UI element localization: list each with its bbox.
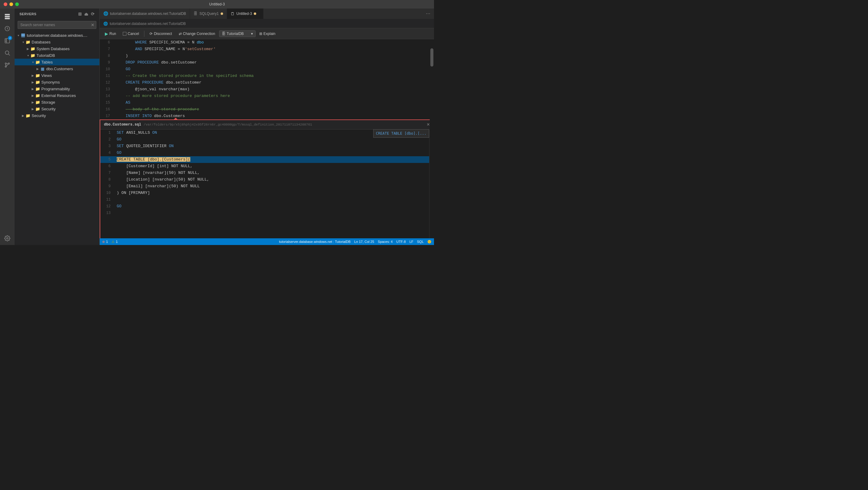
search-input[interactable]: [18, 21, 96, 29]
tree-item-programmability[interactable]: ▶ 📁 Programmability: [14, 85, 99, 92]
main-editor-scroll[interactable]: 6 WHERE SPECIFIC_SCHEMA = N dbo 7 AND SP…: [100, 39, 434, 238]
activity-settings[interactable]: [2, 234, 13, 245]
status-warnings[interactable]: ⚠ 1: [112, 240, 118, 244]
tree-arrow-databases[interactable]: ▾: [21, 39, 26, 44]
svg-point-13: [7, 238, 8, 239]
tree-item-storage[interactable]: ▶ 📁 Storage: [14, 99, 99, 105]
status-spaces[interactable]: Spaces: 4: [378, 240, 393, 243]
table-icon: ▦: [40, 66, 45, 71]
main-code-editor[interactable]: 6 WHERE SPECIFIC_SCHEMA = N dbo 7 AND SP…: [100, 39, 434, 238]
peek-header: dbo.Customers.sql /var/folders/9p/x5j8hp…: [100, 120, 433, 129]
tree-item-tables[interactable]: ▾ 📁 Tables: [14, 59, 99, 65]
folder-icon-storage: 📁: [35, 100, 40, 104]
tree-item-externalresources[interactable]: ▶ 📁 External Resources: [14, 92, 99, 99]
error-icon: ⊗: [102, 240, 105, 244]
close-button[interactable]: [4, 2, 7, 6]
peek-line-8: 8 [Location] [nvarchar](50) NOT NULL,: [100, 176, 433, 183]
explain-icon: ⊞: [259, 32, 262, 36]
tree-item-security2[interactable]: ▶ 📁 Security: [14, 112, 99, 119]
sidebar-new-connection-icon[interactable]: ⊞: [78, 11, 82, 17]
create-table-badge: CREATE TABLE [dbo].[...: [373, 129, 429, 138]
editor-area: 🌐 tutorialserver.database.windows.net:Tu…: [100, 8, 434, 245]
status-position-text: Ln 17, Col 25: [354, 240, 374, 243]
activity-notebooks[interactable]: 2: [2, 35, 13, 46]
tree-arrow-synonyms[interactable]: ▶: [30, 80, 35, 85]
maximize-button[interactable]: [15, 2, 19, 6]
tab-more-button[interactable]: ···: [422, 8, 434, 19]
status-position[interactable]: Ln 17, Col 25: [354, 240, 374, 243]
smiley-icon: 🙂: [427, 240, 432, 244]
tree-arrow-systemdbs[interactable]: ▶: [26, 46, 30, 51]
tree-label-synonyms: Synonyms: [41, 80, 60, 85]
status-language[interactable]: SQL: [417, 240, 424, 243]
tree-item-tutorialdb[interactable]: ▾ 📁 TutorialDB: [14, 52, 99, 59]
tree-arrow-dbo-customers[interactable]: ▶: [35, 66, 40, 71]
cancel-button[interactable]: Cancel: [120, 30, 142, 37]
tree-arrow-server[interactable]: ▾: [16, 33, 21, 38]
tree-arrow-storage[interactable]: ▶: [30, 100, 35, 104]
tree-item-views[interactable]: ▶ 📁 Views: [14, 72, 99, 79]
folder-icon-views: 📁: [35, 73, 40, 78]
tree-item-server[interactable]: ▾ tutorialserver.database.windows....: [14, 32, 99, 39]
peek-close-button[interactable]: ✕: [427, 121, 430, 128]
explain-button[interactable]: ⊞ Explain: [257, 31, 278, 37]
code-line-16: 16 -- body of the stored procedure: [100, 106, 434, 113]
tree-item-databases[interactable]: ▾ 📁 Databases: [14, 39, 99, 45]
run-label: Run: [110, 32, 116, 36]
tree-arrow-tutorialdb[interactable]: ▾: [26, 53, 30, 58]
tab-untitled3[interactable]: 🗒 Untitled-3: [227, 8, 264, 19]
status-errors[interactable]: ⊗ 1: [102, 240, 108, 244]
status-line-ending[interactable]: LF: [409, 240, 413, 243]
search-clear-icon[interactable]: ✕: [91, 23, 95, 27]
status-line-ending-text: LF: [409, 240, 413, 243]
peek-line-13: 13: [100, 210, 433, 216]
activity-bar: 2: [0, 8, 14, 245]
tree-label-tables: Tables: [41, 60, 53, 64]
title-bar: Untitled-3: [0, 0, 434, 8]
minimize-button[interactable]: [9, 2, 13, 6]
code-line-8: 8 ): [100, 53, 434, 59]
activity-git[interactable]: [2, 60, 13, 70]
code-line-12: 12 CREATE PROCEDURE dbo.setCustomer: [100, 79, 434, 86]
peek-line-5: 5 CREATE TABLE [dbo].[Customers](: [100, 156, 433, 163]
tree-arrow-security2[interactable]: ▶: [21, 113, 26, 118]
change-connection-button[interactable]: ⇄ Change Connection: [176, 30, 218, 37]
status-emoji[interactable]: 🙂: [427, 240, 432, 244]
tree-item-dbo-customers[interactable]: ▶ ▦ dbo.Customers: [14, 65, 99, 72]
status-encoding-text: UTF-8: [396, 240, 406, 243]
peek-code-editor[interactable]: 1 SET ANSI_NULLS ON 2 GO 3 SET QUOTED_ID…: [100, 129, 433, 238]
status-connection[interactable]: tutorialserver.database.windows.net : Tu…: [279, 240, 350, 243]
peek-line-7: 7 [Name] [nvarchar](50) NOT NULL,: [100, 170, 433, 176]
tree-label-dbo-customers: dbo.Customers: [46, 67, 73, 71]
tree-item-security1[interactable]: ▶ 📁 Security: [14, 105, 99, 112]
tree-arrow-views[interactable]: ▶: [30, 73, 35, 78]
tree-arrow-security1[interactable]: ▶: [30, 106, 35, 111]
main-scrollbar-thumb[interactable]: [430, 48, 433, 67]
activity-history[interactable]: [2, 23, 13, 34]
tree-label-tutorialdb: TutorialDB: [36, 53, 55, 58]
sidebar-refresh-icon[interactable]: ⟳: [91, 11, 95, 17]
tree-item-systemdbs[interactable]: ▶ 📁 System Databases: [14, 45, 99, 52]
peek-line-4: 4 GO: [100, 150, 433, 156]
run-button[interactable]: ▶ Run: [102, 30, 119, 37]
tree-label-externalresources: External Resources: [41, 93, 76, 98]
sidebar-disconnect-icon[interactable]: ⏏: [84, 11, 88, 17]
disconnect-button[interactable]: ⟳ Disconnect: [147, 30, 175, 37]
activity-search[interactable]: [2, 48, 13, 58]
tree-arrow-programmability[interactable]: ▶: [30, 86, 35, 91]
svg-point-8: [5, 51, 9, 54]
disconnect-icon: ⟳: [150, 32, 153, 36]
database-selector[interactable]: 🗄 TutorialDB ▾: [219, 30, 256, 37]
traffic-lights: [4, 2, 19, 6]
status-encoding[interactable]: UTF-8: [396, 240, 406, 243]
folder-icon-synonyms: 📁: [35, 80, 40, 85]
tab-connection[interactable]: 🌐 tutorialserver.database.windows.net:Tu…: [100, 8, 190, 19]
tree-item-synonyms[interactable]: ▶ 📁 Synonyms: [14, 79, 99, 85]
tree-arrow-externalresources[interactable]: ▶: [30, 93, 35, 98]
tab-sqlquery1[interactable]: 🗄 SQLQuery1: [190, 8, 227, 19]
cancel-label: Cancel: [128, 32, 139, 36]
tree-arrow-tables[interactable]: ▾: [30, 60, 35, 64]
main-scrollbar[interactable]: [430, 39, 434, 238]
activity-servers[interactable]: [2, 11, 13, 22]
peek-editor: dbo.Customers.sql /var/folders/9p/x5j8hp…: [100, 119, 434, 238]
